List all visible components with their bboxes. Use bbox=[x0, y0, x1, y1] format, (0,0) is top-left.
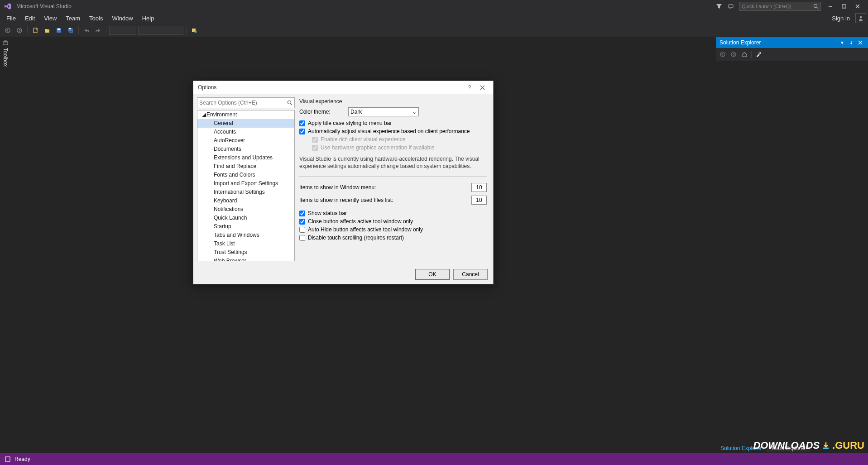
find-icon[interactable] bbox=[189, 25, 199, 35]
feedback-icon[interactable] bbox=[725, 0, 737, 12]
tree-item-startup[interactable]: Startup bbox=[197, 222, 294, 231]
app-title: Microsoft Visual Studio bbox=[16, 3, 72, 10]
watermark: DOWNLOADS .GURU bbox=[753, 440, 864, 451]
quick-launch-input[interactable]: Quick Launch (Ctrl+Q) bbox=[739, 2, 821, 11]
menu-help[interactable]: Help bbox=[138, 14, 159, 23]
status-icon bbox=[5, 456, 11, 462]
notification-filter-icon[interactable] bbox=[713, 0, 725, 12]
toolbox-icon bbox=[2, 40, 9, 46]
items-recent-input[interactable] bbox=[471, 196, 487, 205]
tree-item-find-replace[interactable]: Find and Replace bbox=[197, 162, 294, 171]
toolbox-tab[interactable]: Toolbox bbox=[0, 37, 11, 67]
redo-icon[interactable] bbox=[93, 25, 103, 35]
menu-window[interactable]: Window bbox=[107, 14, 137, 23]
tree-item-accounts[interactable]: Accounts bbox=[197, 128, 294, 136]
tree-item-web-browser[interactable]: Web Browser bbox=[197, 257, 294, 261]
sign-in-link[interactable]: Sign in bbox=[832, 15, 853, 22]
solution-explorer-panel: Solution Explorer ▾ Solution Explorer Te… bbox=[716, 37, 868, 453]
search-icon bbox=[287, 100, 293, 105]
cb-auto-adjust[interactable]: Automatically adjust visual experience b… bbox=[299, 128, 487, 134]
dialog-close-icon[interactable] bbox=[476, 82, 489, 92]
panel-dropdown-icon[interactable]: ▾ bbox=[838, 38, 846, 47]
save-icon[interactable] bbox=[54, 25, 64, 35]
svg-rect-17 bbox=[192, 29, 196, 32]
svg-rect-4 bbox=[842, 5, 846, 8]
config-dropdown[interactable] bbox=[109, 26, 136, 35]
tree-item-trust-settings[interactable]: Trust Settings bbox=[197, 248, 294, 257]
cb-touch-scroll[interactable]: Disable touch scrolling (requires restar… bbox=[299, 235, 487, 241]
svg-point-24 bbox=[731, 52, 736, 57]
color-theme-label: Color theme: bbox=[299, 109, 345, 115]
cb-close-tool[interactable]: Close button affects active tool window … bbox=[299, 218, 487, 225]
dialog-right-pane: Visual experience Color theme: Dark ⌄ Ap… bbox=[299, 97, 489, 261]
tree-item-keyboard[interactable]: Keyboard bbox=[197, 197, 294, 205]
minimize-button[interactable] bbox=[824, 0, 837, 12]
tree-item-extensions[interactable]: Extensions and Updates bbox=[197, 153, 294, 162]
se-properties-icon[interactable] bbox=[754, 50, 762, 58]
info-text: Visual Studio is currently using hardwar… bbox=[299, 155, 487, 170]
svg-point-23 bbox=[720, 52, 725, 57]
nav-back-icon[interactable] bbox=[3, 25, 13, 35]
cancel-button[interactable]: Cancel bbox=[453, 269, 488, 280]
se-home-icon[interactable] bbox=[740, 50, 748, 58]
undo-icon[interactable] bbox=[82, 25, 91, 35]
tree-item-documents[interactable]: Documents bbox=[197, 145, 294, 153]
se-fwd-icon[interactable] bbox=[729, 50, 738, 58]
tree-item-general[interactable]: General bbox=[197, 119, 294, 128]
tree-item-autorecover[interactable]: AutoRecover bbox=[197, 136, 294, 145]
close-button[interactable] bbox=[851, 0, 864, 12]
dialog-help-icon[interactable]: ? bbox=[463, 82, 476, 92]
open-folder-icon[interactable] bbox=[42, 25, 52, 35]
cb-rich-client: Enable rich client visual experience bbox=[312, 136, 487, 143]
tree-item-quick-launch[interactable]: Quick Launch bbox=[197, 214, 294, 222]
menu-tools[interactable]: Tools bbox=[85, 14, 107, 23]
tree-cat-environment[interactable]: ◢Environment bbox=[197, 110, 294, 119]
platform-dropdown[interactable] bbox=[138, 26, 183, 35]
pin-icon[interactable] bbox=[847, 38, 855, 47]
menubar: File Edit View Team Tools Window Help Si… bbox=[0, 13, 868, 24]
toolbox-label: Toolbox bbox=[2, 46, 9, 67]
menu-team[interactable]: Team bbox=[61, 14, 85, 23]
cb-title-case[interactable]: Apply title case styling to menu bar bbox=[299, 120, 487, 126]
tree-item-task-list[interactable]: Task List bbox=[197, 240, 294, 248]
solution-explorer-header: Solution Explorer ▾ bbox=[716, 37, 868, 48]
user-icon[interactable] bbox=[855, 13, 866, 23]
dialog-footer: OK Cancel bbox=[193, 265, 493, 284]
tree-item-import-export[interactable]: Import and Export Settings bbox=[197, 179, 294, 188]
items-window-input[interactable] bbox=[471, 183, 487, 192]
vs-logo-icon bbox=[4, 2, 12, 10]
menu-file[interactable]: File bbox=[2, 14, 20, 23]
toolbar bbox=[0, 24, 868, 37]
options-search-input[interactable] bbox=[199, 100, 287, 106]
svg-rect-16 bbox=[69, 28, 71, 29]
chevron-down-icon: ⌄ bbox=[412, 109, 417, 115]
save-all-icon[interactable] bbox=[66, 25, 76, 35]
tree-item-fonts-colors[interactable]: Fonts and Colors bbox=[197, 171, 294, 179]
se-back-icon[interactable] bbox=[719, 50, 727, 58]
svg-point-9 bbox=[5, 28, 10, 33]
panel-close-icon[interactable] bbox=[856, 38, 864, 47]
cb-hw-accel: Use hardware graphics acceleration if av… bbox=[312, 144, 487, 151]
svg-rect-0 bbox=[729, 5, 733, 8]
items-window-label: Items to show in Window menu: bbox=[299, 184, 471, 191]
nav-fwd-icon[interactable] bbox=[14, 25, 24, 35]
svg-line-31 bbox=[291, 104, 292, 105]
menu-view[interactable]: View bbox=[39, 14, 61, 23]
options-tree[interactable]: ◢Environment General Accounts AutoRecove… bbox=[197, 110, 295, 261]
menu-edit[interactable]: Edit bbox=[20, 14, 39, 23]
tree-item-notifications[interactable]: Notifications bbox=[197, 205, 294, 214]
cb-status-bar[interactable]: Show status bar bbox=[299, 210, 487, 216]
svg-point-10 bbox=[17, 28, 22, 33]
tree-item-tabs-windows[interactable]: Tabs and Windows bbox=[197, 231, 294, 240]
svg-point-25 bbox=[759, 52, 761, 54]
svg-rect-11 bbox=[34, 28, 37, 33]
new-file-icon[interactable] bbox=[30, 25, 40, 35]
options-search[interactable] bbox=[197, 97, 295, 108]
tree-item-international[interactable]: International Settings bbox=[197, 188, 294, 197]
ok-button[interactable]: OK bbox=[415, 269, 450, 280]
dialog-titlebar: Options ? bbox=[193, 81, 493, 94]
maximize-button[interactable] bbox=[837, 0, 851, 12]
cb-autohide-tool[interactable]: Auto Hide button affects active tool win… bbox=[299, 226, 487, 233]
color-theme-dropdown[interactable]: Dark ⌄ bbox=[348, 107, 419, 116]
solution-explorer-toolbar bbox=[716, 48, 868, 61]
